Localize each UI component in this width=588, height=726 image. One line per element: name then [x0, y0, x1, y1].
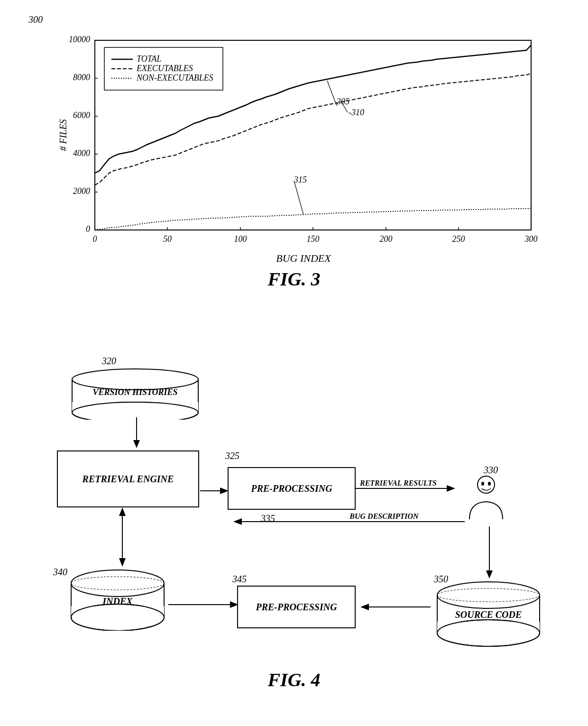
svg-marker-56	[233, 518, 242, 525]
svg-text:300: 300	[524, 234, 538, 244]
svg-marker-71	[360, 604, 369, 610]
svg-marker-59	[119, 558, 126, 567]
svg-rect-44	[72, 402, 198, 413]
svg-text:4000: 4000	[73, 148, 90, 158]
chart-svg: 0 2000 4000 6000 8000 10000 0 50 100 150…	[57, 36, 550, 263]
retrieval-index-arrow	[113, 507, 132, 569]
fig3-caption: FIG. 3	[28, 268, 560, 290]
svg-text:150: 150	[307, 234, 320, 244]
svg-point-53	[481, 482, 484, 486]
svg-marker-48	[133, 440, 140, 448]
svg-text:BUG DESCRIPTION: BUG DESCRIPTION	[349, 512, 419, 520]
version-histories-cylinder: VERSION HISTORIES	[71, 368, 199, 415]
svg-marker-60	[119, 507, 126, 516]
fig3-ref-300: 300	[28, 14, 43, 25]
svg-point-42	[72, 369, 198, 390]
pre-processing-top-box: PRE-PROCESSING	[228, 467, 356, 510]
bug-description-arrow: BUG DESCRIPTION	[232, 512, 469, 531]
svg-marker-82	[220, 487, 229, 494]
svg-point-54	[488, 482, 491, 486]
pre-processing-bot-box: PRE-PROCESSING	[237, 586, 356, 628]
svg-text:250: 250	[452, 234, 465, 244]
svg-text:315: 315	[294, 175, 307, 184]
fig4-ref-340: 340	[53, 567, 67, 578]
retrieval-results-arrow: RETRIEVAL RESULTS	[356, 479, 460, 498]
svg-text:6000: 6000	[73, 110, 90, 120]
svg-text:INDEX: INDEX	[102, 596, 133, 607]
fig3-x-axis-label: BUG INDEX	[57, 252, 550, 265]
fig4-section: 320 VERSION HISTORIES RETRIEVAL ENGINE 3…	[28, 341, 560, 711]
person-icon	[465, 474, 507, 522]
svg-text:200: 200	[380, 234, 393, 244]
svg-text:2000: 2000	[73, 186, 90, 196]
svg-text:-310: -310	[349, 108, 364, 117]
source-code-cylinder: SOURCE CODE	[436, 581, 541, 643]
source-preprocess-arrow	[360, 600, 432, 614]
svg-point-62	[71, 570, 164, 597]
fig4-ref-325: 325	[225, 450, 239, 461]
svg-text:SOURCE CODE: SOURCE CODE	[455, 609, 522, 620]
svg-marker-80	[486, 570, 493, 579]
fig4-ref-345: 345	[232, 574, 247, 585]
fig4-caption: FIG. 4	[28, 669, 560, 691]
index-cylinder: INDEX	[70, 569, 165, 626]
svg-text:10000: 10000	[69, 36, 90, 44]
svg-text:RETRIEVAL RESULTS: RETRIEVAL RESULTS	[359, 479, 437, 487]
retrieval-preprocess-top-arrow	[200, 484, 231, 498]
svg-text:0: 0	[86, 224, 90, 234]
svg-marker-50	[447, 485, 455, 492]
svg-text:TOTAL: TOTAL	[137, 54, 161, 64]
chart-area: 0 2000 4000 6000 8000 10000 0 50 100 150…	[57, 36, 550, 263]
svg-text:EXECUTABLES: EXECUTABLES	[136, 64, 193, 73]
fig3-section: 300 0 2000 4000 6000 8000 10000 0 50	[28, 14, 560, 308]
svg-text:50: 50	[163, 234, 172, 244]
svg-point-73	[437, 582, 540, 608]
retrieval-engine-box: RETRIEVAL ENGINE	[57, 450, 199, 507]
svg-text:# FILES: # FILES	[58, 119, 68, 151]
svg-text:100: 100	[234, 234, 247, 244]
svg-text:8000: 8000	[73, 73, 90, 82]
fig4-ref-320: 320	[102, 356, 116, 367]
svg-text:VERSION HISTORIES: VERSION HISTORIES	[92, 387, 177, 397]
svg-text:0: 0	[93, 234, 97, 244]
index-preprocess-bot-arrow	[168, 597, 242, 612]
person-source-arrow	[480, 526, 499, 583]
svg-text:NON-EXECUTABLES: NON-EXECUTABLES	[136, 73, 213, 83]
